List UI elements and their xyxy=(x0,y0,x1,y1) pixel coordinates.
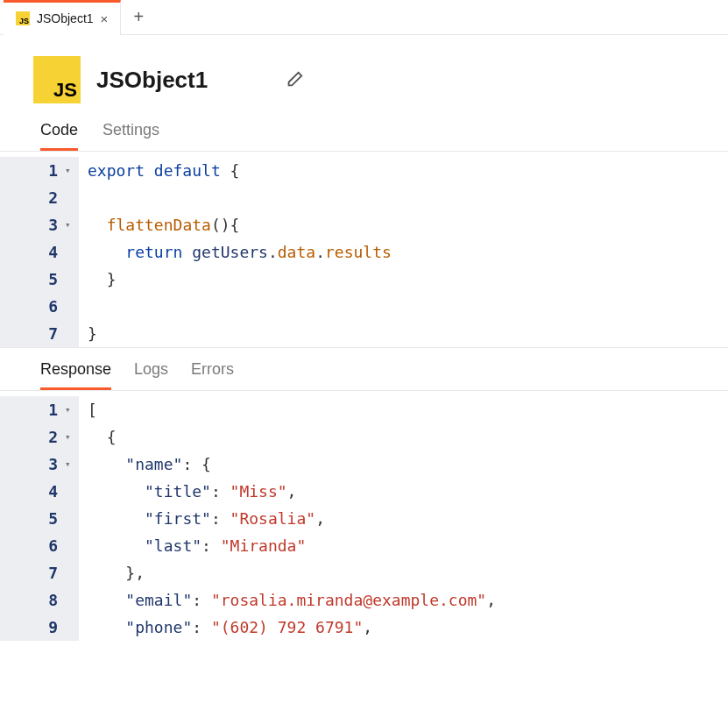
code-line[interactable]: "email": "rosalia.miranda@example.com", xyxy=(79,586,496,614)
code-editor[interactable]: 1▾export default {23▾ flattenData(){4 re… xyxy=(0,152,728,347)
code-line[interactable]: "title": "Miss", xyxy=(79,478,296,505)
json-row: 3▾ "name": { xyxy=(0,451,728,478)
code-line[interactable]: }, xyxy=(79,559,145,586)
close-icon[interactable]: × xyxy=(101,11,109,26)
fold-icon xyxy=(63,532,79,559)
file-tab[interactable]: JS JSObject1 × xyxy=(4,0,121,35)
fold-icon[interactable]: ▾ xyxy=(63,211,79,238)
file-tab-label: JSObject1 xyxy=(37,11,94,25)
json-row: 4 "title": "Miss", xyxy=(0,478,728,505)
edit-icon[interactable] xyxy=(285,70,304,89)
code-row: 6 xyxy=(0,293,728,320)
tab-errors[interactable]: Errors xyxy=(191,360,234,390)
line-number: 7 xyxy=(0,320,63,347)
line-number: 1 xyxy=(0,157,63,184)
line-number: 2 xyxy=(0,423,63,451)
add-tab-button[interactable]: + xyxy=(121,0,156,35)
code-line[interactable]: return getUsers.data.results xyxy=(79,238,392,266)
code-row: 3▾ flattenData(){ xyxy=(0,211,728,238)
json-row: 1▾[ xyxy=(0,396,728,423)
fold-icon xyxy=(63,184,79,211)
code-line[interactable]: } xyxy=(79,320,97,347)
json-row: 7 }, xyxy=(0,559,728,586)
tab-logs[interactable]: Logs xyxy=(134,360,168,390)
code-row: 2 xyxy=(0,184,728,211)
code-line[interactable]: "phone": "(602) 792 6791", xyxy=(79,614,372,641)
code-line[interactable]: "name": { xyxy=(79,451,211,478)
fold-icon xyxy=(63,320,79,347)
fold-icon xyxy=(63,505,79,532)
fold-icon xyxy=(63,559,79,586)
line-number: 3 xyxy=(0,451,63,478)
js-icon: JS xyxy=(16,11,30,25)
response-viewer[interactable]: 1▾[2▾ {3▾ "name": {4 "title": "Miss",5 "… xyxy=(0,391,728,641)
object-header: JS JSObject1 xyxy=(0,35,728,114)
line-number: 5 xyxy=(0,505,63,532)
fold-icon xyxy=(63,586,79,614)
code-line[interactable] xyxy=(79,184,88,211)
line-number: 4 xyxy=(0,238,63,266)
editor-subtabs: Code Settings xyxy=(0,114,728,152)
fold-icon xyxy=(63,293,79,320)
code-line[interactable]: } xyxy=(79,266,117,293)
fold-icon xyxy=(63,614,79,641)
code-row: 1▾export default { xyxy=(0,157,728,184)
fold-icon[interactable]: ▾ xyxy=(63,157,79,184)
line-number: 8 xyxy=(0,586,63,614)
line-number: 9 xyxy=(0,614,63,641)
code-row: 4 return getUsers.data.results xyxy=(0,238,728,266)
code-line[interactable]: { xyxy=(79,423,117,451)
json-row: 5 "first": "Rosalia", xyxy=(0,505,728,532)
code-line[interactable]: export default { xyxy=(79,157,239,184)
file-tab-strip: JS JSObject1 × + xyxy=(0,0,728,35)
fold-icon xyxy=(63,238,79,266)
code-row: 5 } xyxy=(0,266,728,293)
json-row: 6 "last": "Miranda" xyxy=(0,532,728,559)
line-number: 2 xyxy=(0,184,63,211)
json-row: 8 "email": "rosalia.miranda@example.com"… xyxy=(0,586,728,614)
code-line[interactable] xyxy=(79,293,88,320)
object-title: JSObject1 xyxy=(96,67,208,94)
line-number: 5 xyxy=(0,266,63,293)
tab-response[interactable]: Response xyxy=(40,360,111,390)
line-number: 4 xyxy=(0,478,63,505)
code-line[interactable]: [ xyxy=(79,396,97,423)
line-number: 6 xyxy=(0,293,63,320)
line-number: 7 xyxy=(0,559,63,586)
code-line[interactable]: "first": "Rosalia", xyxy=(79,505,325,532)
fold-icon[interactable]: ▾ xyxy=(63,396,79,423)
code-line[interactable]: flattenData(){ xyxy=(79,211,239,238)
line-number: 1 xyxy=(0,396,63,423)
json-row: 9 "phone": "(602) 792 6791", xyxy=(0,614,728,641)
fold-icon[interactable]: ▾ xyxy=(63,423,79,451)
tab-code[interactable]: Code xyxy=(40,121,78,151)
tab-settings[interactable]: Settings xyxy=(102,121,159,151)
fold-icon[interactable]: ▾ xyxy=(63,451,79,478)
code-row: 7} xyxy=(0,320,728,347)
js-icon: JS xyxy=(33,56,81,103)
code-line[interactable]: "last": "Miranda" xyxy=(79,532,306,559)
fold-icon xyxy=(63,478,79,505)
line-number: 3 xyxy=(0,211,63,238)
output-subtabs: Response Logs Errors xyxy=(0,347,728,391)
json-row: 2▾ { xyxy=(0,423,728,451)
fold-icon xyxy=(63,266,79,293)
line-number: 6 xyxy=(0,532,63,559)
